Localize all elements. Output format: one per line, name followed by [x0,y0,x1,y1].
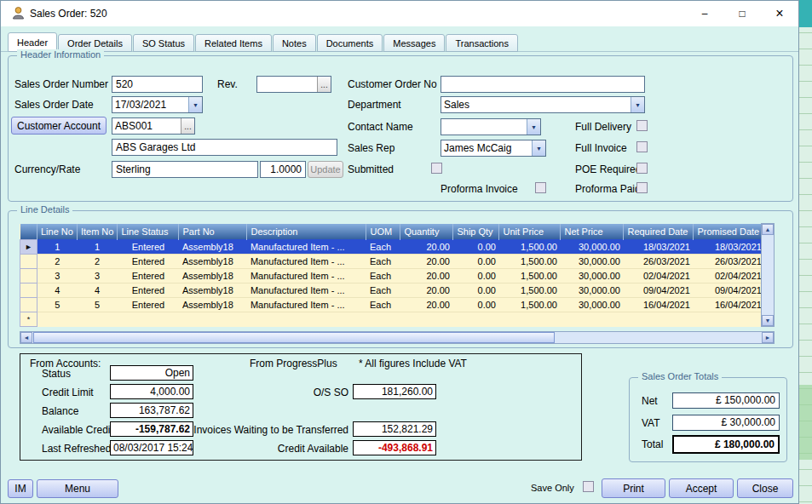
tab-messages[interactable]: Messages [383,34,445,52]
rate-field[interactable]: 1.0000 [260,161,306,178]
update-button[interactable]: Update [308,161,343,178]
sales-order-date-value[interactable]: 17/03/2021 [112,97,188,112]
grid-cell[interactable] [247,312,366,326]
sales-order-number-field[interactable]: 520 [112,76,203,93]
grid-col-unit-price[interactable]: Unit Price [499,224,561,239]
department-value[interactable]: Sales [441,97,631,112]
grid-cell[interactable]: Entered [118,239,179,254]
grid-cell[interactable]: 3 [37,268,78,283]
grid-cell[interactable]: Assembly18 [179,283,247,297]
grid-cell[interactable]: 09/04/2021 [624,283,694,297]
grid-cell[interactable] [77,312,118,326]
grid-cell[interactable] [179,312,247,326]
grid-cell[interactable] [366,312,400,326]
row-selector[interactable] [20,283,37,297]
minimize-button[interactable]: – [686,1,723,26]
contact-name-value[interactable] [441,119,527,135]
grid-cell[interactable]: Each [366,239,400,254]
grid-col-line-no[interactable]: Line No [37,224,78,239]
grid-cell[interactable]: 26/03/2021 [694,254,765,268]
proforma-paid-checkbox[interactable] [636,182,648,193]
grid-col-net-price[interactable]: Net Price [561,224,624,239]
grid-col-item-no[interactable]: Item No [77,224,118,239]
grid-cell[interactable]: Manufactured Item - ... [247,268,366,283]
grid-row-1[interactable]: ►11EnteredAssembly18Manufactured Item - … [20,239,765,254]
grid-cell[interactable]: 1 [37,239,78,254]
customer-name-field[interactable]: ABS Garages Ltd [112,139,337,156]
tab-related-items[interactable]: Related Items [195,34,272,52]
grid-cell[interactable]: Each [366,268,400,283]
grid-cell[interactable] [37,312,78,326]
grid-cell[interactable]: 2 [37,254,78,268]
rev-field[interactable]: ... [256,76,331,93]
sales-rep-dropdown[interactable]: James McCaig ▼ [441,140,546,157]
grid-cell[interactable]: 4 [77,283,118,297]
grid-cell[interactable]: Manufactured Item - ... [247,283,366,297]
grid-col-promised-date[interactable]: Promised Date [694,224,765,239]
grid-cell[interactable]: 1,500.00 [499,297,561,312]
grid-col-description[interactable]: Description [247,224,366,239]
grid-cell[interactable]: 0.00 [453,239,499,254]
menu-button[interactable]: Menu [37,479,118,498]
row-selector[interactable] [20,268,37,283]
rev-value[interactable] [257,77,317,92]
row-selector[interactable]: ► [20,239,37,254]
currency-field[interactable]: Sterling [112,161,258,178]
grid-cell[interactable]: 02/04/2021 [624,268,694,283]
grid-cell[interactable]: 16/04/2021 [624,297,694,312]
grid-cell[interactable] [499,312,561,326]
sales-rep-value[interactable]: James McCaig [441,140,532,156]
grid-cell[interactable]: Entered [118,297,179,312]
grid-cell[interactable]: Each [366,283,400,297]
scroll-right-icon[interactable]: ► [762,332,774,343]
grid-cell[interactable]: Manufactured Item - ... [247,239,366,254]
grid-cell[interactable]: Each [366,254,400,268]
grid-row-2[interactable]: 22EnteredAssembly18Manufactured Item - .… [20,254,765,268]
contact-name-dropdown[interactable]: ▼ [441,118,541,135]
grid-cell[interactable]: Assembly18 [179,297,247,312]
grid-col-part-no[interactable]: Part No [179,224,247,239]
grid-col-required-date[interactable]: Required Date [624,224,694,239]
row-selector[interactable] [20,254,37,268]
grid-cell[interactable]: 4 [37,283,78,297]
grid-new-row[interactable]: * [20,312,765,326]
grid-cell[interactable]: 0.00 [453,297,499,312]
grid-cell[interactable]: 18/03/2021 [624,239,694,254]
grid-cell[interactable]: 5 [77,297,118,312]
grid-horizontal-scrollbar[interactable]: ◄ ► [20,331,775,344]
grid-cell[interactable]: 20.00 [400,239,453,254]
customer-account-value[interactable]: ABS001 [112,118,181,134]
grid-cell[interactable]: 20.00 [400,297,453,312]
grid-cell[interactable] [624,312,694,326]
grid-cell[interactable] [694,312,765,326]
grid-cell[interactable]: 30,000.00 [561,283,624,297]
ellipsis-icon[interactable]: ... [317,77,331,92]
customer-order-no-field[interactable] [441,76,645,93]
grid-cell[interactable]: 1,500.00 [499,283,561,297]
grid-cell[interactable]: 16/04/2021 [694,297,765,312]
grid-cell[interactable]: 26/03/2021 [624,254,694,268]
grid-cell[interactable]: 0.00 [453,283,499,297]
poe-required-checkbox[interactable] [636,163,648,174]
grid-cell[interactable]: 18/03/2021 [694,239,765,254]
grid-cell[interactable]: 30,000.00 [561,268,624,283]
grid-cell[interactable]: 3 [77,268,118,283]
submitted-checkbox[interactable] [431,163,442,174]
grid-cell[interactable] [400,312,453,326]
grid-col-line-status[interactable]: Line Status [118,224,179,239]
print-button[interactable]: Print [602,478,665,498]
grid-cell[interactable]: 1 [77,239,118,254]
grid-cell[interactable]: Manufactured Item - ... [247,297,366,312]
grid-cell[interactable]: Entered [118,283,179,297]
grid-row-4[interactable]: 44EnteredAssembly18Manufactured Item - .… [20,283,765,297]
scroll-left-icon[interactable]: ◄ [20,332,32,343]
grid-cell[interactable] [118,312,179,326]
grid-vertical-scrollbar[interactable]: ▲ ▼ [761,223,775,327]
customer-account-field[interactable]: ABS001 ... [112,117,195,135]
chevron-down-icon[interactable]: ▼ [188,97,202,112]
grid-cell[interactable]: 0.00 [453,254,499,268]
grid-cell[interactable] [561,312,624,326]
chevron-down-icon[interactable]: ▼ [527,119,540,135]
grid-cell[interactable]: 2 [77,254,118,268]
grid-cell[interactable]: 20.00 [400,254,453,268]
